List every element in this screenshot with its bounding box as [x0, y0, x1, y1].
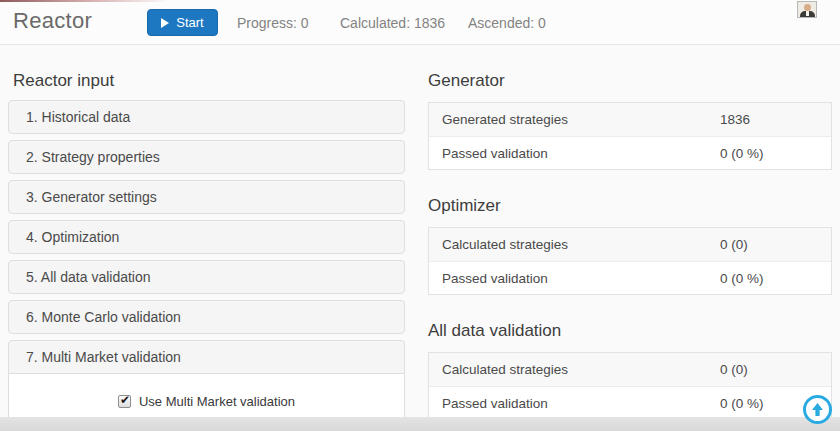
user-avatar[interactable] — [797, 1, 817, 18]
page-title: Reactor — [13, 8, 92, 34]
all-data-validation-heading: All data validation — [428, 321, 832, 341]
results-panel: Generator Generated strategies 1836 Pass… — [428, 71, 832, 431]
row-value: 0 (0) — [720, 353, 748, 386]
use-multi-market-checkbox-row[interactable]: Use Multi Market validation — [118, 394, 295, 409]
bottom-edge-band — [0, 417, 840, 431]
calculated-metric: Calculated: 1836 — [340, 15, 445, 31]
accordion-item-monte-carlo-validation[interactable]: 6. Monte Carlo validation — [8, 300, 405, 334]
accordion-item-historical-data[interactable]: 1. Historical data — [8, 100, 405, 134]
row-value: 0 (0 %) — [720, 387, 764, 420]
top-edge-artifact — [0, 0, 170, 2]
play-icon — [161, 18, 169, 28]
top-header-bar: Reactor Start Progress: 0 Calculated: 18… — [0, 0, 840, 45]
accordion-item-optimization[interactable]: 4. Optimization — [8, 220, 405, 254]
table-row: Passed validation 0 (0 %) — [429, 261, 831, 294]
reactor-input-heading: Reactor input — [13, 71, 405, 91]
table-row: Passed validation 0 (0 %) — [429, 136, 831, 169]
table-row: Passed validation 0 (0 %) — [429, 386, 831, 419]
accordion-item-strategy-properties[interactable]: 2. Strategy properties — [8, 140, 405, 174]
accordion-item-multi-market-validation[interactable]: 7. Multi Market validation — [8, 340, 405, 374]
row-value: 0 (0 %) — [720, 137, 764, 170]
reactor-input-panel: Reactor input 1. Historical data 2. Stra… — [8, 71, 405, 419]
check-icon[interactable] — [118, 395, 131, 408]
generator-table: Generated strategies 1836 Passed validat… — [428, 102, 832, 170]
progress-metric: Progress: 0 — [237, 15, 309, 31]
row-label: Passed validation — [442, 271, 548, 286]
all-data-validation-table: Calculated strategies 0 (0) Passed valid… — [428, 352, 832, 420]
generator-heading: Generator — [428, 71, 832, 91]
accordion-item-all-data-validation[interactable]: 5. All data validation — [8, 260, 405, 294]
start-button[interactable]: Start — [147, 9, 218, 36]
row-label: Calculated strategies — [442, 237, 568, 252]
table-row: Generated strategies 1836 — [429, 103, 831, 136]
row-label: Generated strategies — [442, 112, 568, 127]
accordion-item-generator-settings[interactable]: 3. Generator settings — [8, 180, 405, 214]
ascended-metric: Ascended: 0 — [468, 15, 546, 31]
all-data-validation-section: All data validation Calculated strategie… — [428, 321, 832, 420]
optimizer-section: Optimizer Calculated strategies 0 (0) Pa… — [428, 196, 832, 295]
row-label: Passed validation — [442, 396, 548, 411]
row-label: Passed validation — [442, 146, 548, 161]
table-row: Calculated strategies 0 (0) — [429, 228, 831, 261]
multi-market-validation-body: Use Multi Market validation — [8, 374, 405, 419]
arrow-up-circle-icon — [810, 402, 825, 417]
use-multi-market-checkbox-label: Use Multi Market validation — [139, 394, 295, 409]
avatar-head — [804, 4, 811, 11]
generator-section: Generator Generated strategies 1836 Pass… — [428, 71, 832, 170]
row-value: 0 (0 %) — [720, 262, 764, 295]
scroll-to-top-button[interactable] — [803, 395, 832, 424]
row-value: 1836 — [720, 103, 750, 136]
row-label: Calculated strategies — [442, 362, 568, 377]
table-row: Calculated strategies 0 (0) — [429, 353, 831, 386]
row-value: 0 (0) — [720, 228, 748, 261]
avatar-shirt — [806, 11, 809, 16]
optimizer-table: Calculated strategies 0 (0) Passed valid… — [428, 227, 832, 295]
start-button-label: Start — [176, 15, 203, 30]
optimizer-heading: Optimizer — [428, 196, 832, 216]
